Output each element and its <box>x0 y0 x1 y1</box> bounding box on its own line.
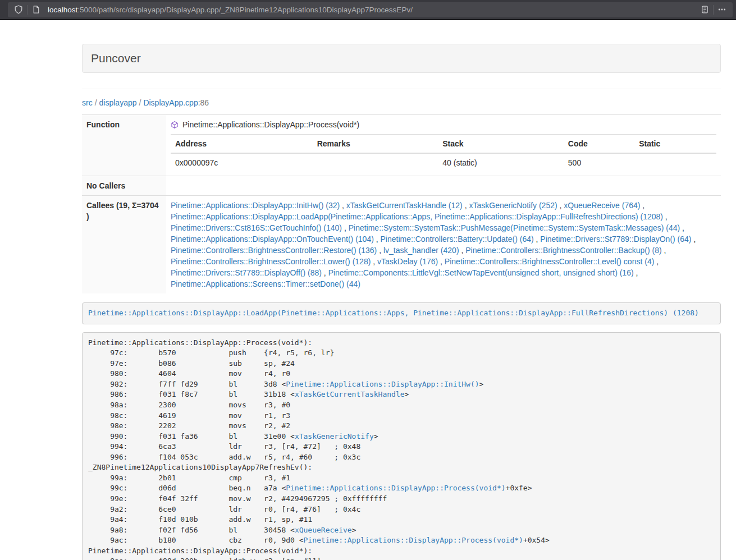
url-text[interactable]: localhost:5000/path/src/displayapp/Displ… <box>48 6 697 14</box>
disassembly-pre: Pinetime::Applications::DisplayApp::Proc… <box>82 332 721 560</box>
function-stats-table: Address Remarks Stack Code Static 0x0000… <box>171 134 716 172</box>
breadcrumb-link-displayapp[interactable]: displayapp <box>99 98 137 107</box>
asm-text: 994: 6ca3 ldr r3, [r4, #72] ; 0x48 <box>88 442 360 451</box>
cell-static <box>634 153 716 172</box>
asm-text: 99c: d06d beq.n a7a < <box>88 484 286 492</box>
col-header-address: Address <box>171 135 313 154</box>
asm-text: 982: f7ff fd29 bl 3d8 < <box>88 380 286 388</box>
asm-text: 97c: b570 push {r4, r5, r6, lr} <box>88 348 334 357</box>
callees-list: Pinetime::Applications::DisplayApp::Init… <box>166 196 721 294</box>
callee-separator: , <box>634 268 638 277</box>
callee-link[interactable]: Pinetime::Drivers::St7789::DisplayOff() … <box>171 268 322 277</box>
callee-separator: , <box>557 201 564 210</box>
table-header-row: Address Remarks Stack Code Static <box>171 135 716 154</box>
callee-link[interactable]: xTaskGetCurrentTaskHandle (12) <box>346 201 463 210</box>
callee-link[interactable]: Pinetime::Applications::Screens::Timer::… <box>171 279 360 288</box>
asm-text: 980: 4604 mov r4, r0 <box>88 369 290 378</box>
callee-link[interactable]: Pinetime::Components::LittleVgl::SetNewT… <box>328 268 634 277</box>
no-callers-cell <box>166 176 721 196</box>
browser-toolbar: localhost:5000/path/src/displayapp/Displ… <box>0 0 736 20</box>
col-header-static: Static <box>634 135 716 154</box>
asm-text: +0x54> <box>523 536 550 544</box>
page-container: Puncover src/displayapp/DisplayApp.cpp:8… <box>82 44 721 560</box>
breadcrumb-link-file[interactable]: DisplayApp.cpp <box>143 98 198 107</box>
asm-symbol-link[interactable]: Pinetime::Applications::DisplayApp::Init… <box>286 380 479 388</box>
asm-text: 98c: 4619 mov r1, r3 <box>88 411 290 420</box>
callee-link[interactable]: Pinetime::Controllers::Battery::Update()… <box>381 235 534 244</box>
no-callers-label: No Callers <box>82 176 166 196</box>
asm-text: > <box>405 390 409 398</box>
callee-link[interactable]: Pinetime::Controllers::BrightnessControl… <box>171 246 377 255</box>
col-header-stack: Stack <box>438 135 564 154</box>
asm-text: 98e: 2202 movs r2, #2 <box>88 421 290 430</box>
symbol-snippet-pre: Pinetime::Applications::DisplayApp::Load… <box>82 302 721 324</box>
breadcrumb-separator: / <box>93 98 99 107</box>
asm-text: Pinetime::Applications::DisplayApp::Proc… <box>88 338 312 347</box>
callee-link[interactable]: Pinetime::System::SystemTask::PushMessag… <box>349 223 680 232</box>
page-icon <box>29 3 43 16</box>
asm-text: 996: f104 053c add.w r5, r4, #60 ; 0x3c <box>88 453 360 461</box>
toolbar-separator <box>713 5 714 15</box>
table-row: 0x0000097c 40 (static) 500 <box>171 153 716 172</box>
toolbar-separator <box>27 5 28 15</box>
divider <box>82 89 721 89</box>
callee-link[interactable]: Pinetime::Controllers::BrightnessControl… <box>445 257 654 266</box>
shield-icon[interactable] <box>11 3 26 16</box>
asm-text: 98a: 2300 movs r3, #0 <box>88 401 290 409</box>
callee-link[interactable]: Pinetime::Drivers::St7789::DisplayOn() (… <box>540 235 691 244</box>
function-name: Pinetime::Applications::DisplayApp::Proc… <box>182 119 359 130</box>
breadcrumb: src/displayapp/DisplayApp.cpp:86 <box>82 98 721 107</box>
callee-link[interactable]: Pinetime::Applications::DisplayApp::OnTo… <box>171 235 374 244</box>
callee-separator: , <box>680 223 684 232</box>
asm-symbol-link[interactable]: xTaskGetCurrentTaskHandle <box>295 390 405 398</box>
table-row: Function Pinetime::Applications::Display… <box>82 115 721 176</box>
callee-link[interactable]: Pinetime::Applications::DisplayApp::Load… <box>171 212 663 221</box>
asm-text: 9ae: f89d 300b ldrb.w r3, [sp, #11] <box>88 557 321 560</box>
callee-separator: , <box>340 201 346 210</box>
asm-symbol-link[interactable]: Pinetime::Applications::DisplayApp::Proc… <box>304 536 523 544</box>
asm-symbol-link[interactable]: xTaskGenericNotify <box>295 432 374 440</box>
asm-text: 97e: b086 sub sp, #24 <box>88 359 295 368</box>
callee-link[interactable]: Pinetime::Applications::DisplayApp::Init… <box>171 201 340 210</box>
asm-text: 986: f031 f8c7 bl 31b18 < <box>88 390 295 398</box>
asm-text: > <box>374 432 378 440</box>
overflow-menu-icon[interactable] <box>715 3 729 16</box>
reader-mode-icon[interactable] <box>697 3 712 16</box>
page-title: Puncover <box>91 52 141 65</box>
callee-link[interactable]: Pinetime::Drivers::Cst816S::GetTouchInfo… <box>171 223 342 232</box>
callee-link[interactable]: Pinetime::Controllers::BrightnessControl… <box>171 257 371 266</box>
asm-text: +0xfe> <box>506 484 532 492</box>
symbol-snippet-link[interactable]: Pinetime::Applications::DisplayApp::Load… <box>88 309 699 317</box>
callee-separator: , <box>438 257 445 266</box>
callee-link[interactable]: vTaskDelay (176) <box>377 257 438 266</box>
callee-separator: , <box>371 257 377 266</box>
function-label: Function <box>82 115 166 176</box>
asm-text: 9a8: f02f fd56 bl 30458 < <box>88 526 295 534</box>
callee-separator: , <box>662 246 666 255</box>
table-row: No Callers <box>82 176 721 196</box>
callee-link[interactable]: lv_task_handler (420) <box>383 246 459 255</box>
function-name-row: Pinetime::Applications::DisplayApp::Proc… <box>171 119 716 130</box>
callee-separator: , <box>459 246 466 255</box>
callee-link[interactable]: Pinetime::Controllers::BrightnessControl… <box>465 246 661 255</box>
asm-text: 9a4: f10d 010b add.w r1, sp, #11 <box>88 515 312 524</box>
asm-symbol-link[interactable]: xQueueReceive <box>295 526 352 534</box>
callee-separator: , <box>463 201 469 210</box>
callee-separator: , <box>322 268 328 277</box>
col-header-code: Code <box>564 135 634 154</box>
asm-text: _ZN8Pinetime12Applications10DisplayApp7R… <box>88 463 312 471</box>
cell-remarks <box>313 153 438 172</box>
cell-stack: 40 (static) <box>438 153 564 172</box>
breadcrumb-line-number: :86 <box>198 98 209 107</box>
cell-code: 500 <box>564 153 634 172</box>
asm-text: > <box>479 380 484 388</box>
callees-label: Callees (19, Σ=3704 ) <box>82 196 166 294</box>
callee-separator: , <box>377 246 383 255</box>
address-bar[interactable]: localhost:5000/path/src/displayapp/Displ… <box>8 2 733 17</box>
callee-separator: , <box>640 201 644 210</box>
callee-link[interactable]: xTaskGenericNotify (252) <box>469 201 557 210</box>
url-path: :5000/path/src/displayapp/DisplayApp.cpp… <box>77 6 413 14</box>
callee-link[interactable]: xQueueReceive (764) <box>564 201 640 210</box>
asm-symbol-link[interactable]: Pinetime::Applications::DisplayApp::Proc… <box>286 484 505 492</box>
breadcrumb-link-src[interactable]: src <box>82 98 93 107</box>
